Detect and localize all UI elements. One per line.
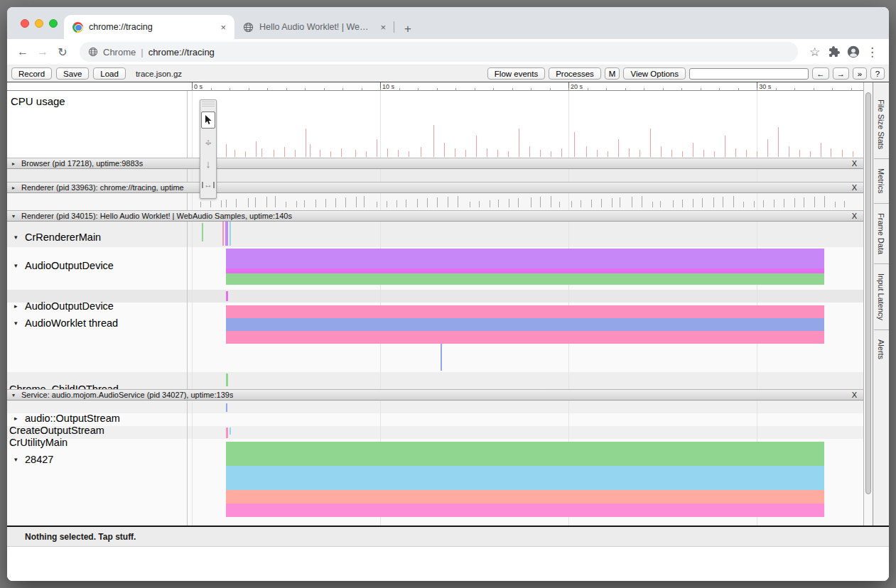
cpu-sample-spike[interactable] <box>310 144 311 157</box>
cpu-sample-spike[interactable] <box>284 147 285 157</box>
cpu-sample-spike[interactable] <box>387 148 388 157</box>
cpu-sample-spike[interactable] <box>245 151 246 157</box>
trace-slice-tick[interactable] <box>559 202 560 207</box>
trace-slice-tick[interactable] <box>814 197 815 207</box>
process-header[interactable]: ▾Service: audio.mojom.AudioService (pid … <box>7 389 863 401</box>
disclosure-arrow-icon[interactable]: ▸ <box>12 185 18 191</box>
cpu-sample-spike[interactable] <box>508 151 509 157</box>
omnibox[interactable]: Chrome | chrome://tracing <box>80 42 798 62</box>
trace-slice-tick[interactable] <box>612 198 612 207</box>
trace-event-mark[interactable] <box>202 223 203 241</box>
cpu-sample-spike[interactable] <box>476 136 477 157</box>
cpu-sample-spike[interactable] <box>608 151 608 157</box>
thread-row[interactable]: ▾AudioWorklet thread <box>14 317 118 330</box>
trace-event-mark[interactable] <box>225 222 228 246</box>
cpu-sample-spike[interactable] <box>409 151 409 157</box>
trace-slice-tick[interactable] <box>200 202 201 207</box>
side-tab-input-latency[interactable]: Input Latency <box>877 272 885 322</box>
trace-slice-tick[interactable] <box>713 197 714 207</box>
cpu-sample-spike[interactable] <box>274 150 274 157</box>
overflow-button[interactable]: » <box>853 67 867 80</box>
trace-slice-tick[interactable] <box>844 201 845 207</box>
selection-tool-button[interactable] <box>201 111 215 129</box>
disclosure-arrow-icon[interactable]: ▸ <box>12 160 18 167</box>
disclosure-arrow-icon[interactable]: ▾ <box>14 320 21 327</box>
thread-row[interactable]: ▾CrRendererMain <box>14 231 101 244</box>
cpu-sample-spike[interactable] <box>746 150 747 157</box>
disclosure-arrow-icon[interactable]: ▾ <box>14 262 21 269</box>
trace-slice-tick[interactable] <box>540 197 541 207</box>
process-close-button[interactable]: X <box>852 212 857 220</box>
trace-slice-tick[interactable] <box>325 199 326 207</box>
trace-event-mark[interactable] <box>230 428 231 435</box>
forward-icon[interactable]: → <box>33 45 53 58</box>
window-close-button[interactable] <box>21 19 29 28</box>
trace-slice-tick[interactable] <box>835 202 836 207</box>
trace-slice-tick[interactable] <box>417 199 418 207</box>
trace-bar-worklet-row3[interactable] <box>226 331 824 344</box>
cpu-sample-spike[interactable] <box>661 146 662 157</box>
trace-slice-tick[interactable] <box>490 200 490 207</box>
cpu-sample-spike[interactable] <box>487 148 487 157</box>
cpu-sample-spike[interactable] <box>306 129 306 157</box>
trace-bar-audioservice-row4[interactable] <box>226 503 824 517</box>
metrics-toggle-button[interactable]: M <box>605 67 620 80</box>
trace-slice-tick[interactable] <box>315 200 316 207</box>
cpu-sample-spike[interactable] <box>714 151 715 157</box>
tab-webaudio[interactable]: Hello Audio Worklet! | WebAud × <box>234 15 394 39</box>
back-icon[interactable]: ← <box>13 45 33 58</box>
process-close-button[interactable]: X <box>852 159 857 168</box>
trace-slice-tick[interactable] <box>601 199 602 207</box>
trace-slice-tick[interactable] <box>642 196 642 207</box>
pan-tool-button[interactable]: ↔↕ <box>201 134 215 150</box>
cpu-sample-spike[interactable] <box>682 151 683 157</box>
trace-bar-audio-output-span[interactable] <box>226 249 824 268</box>
trace-slice-tick[interactable] <box>221 200 222 207</box>
trace-slice-tick[interactable] <box>304 200 305 207</box>
cpu-sample-spike[interactable] <box>725 136 725 157</box>
cpu-sample-spike[interactable] <box>377 139 377 157</box>
cpu-sample-spike[interactable] <box>799 150 800 157</box>
processes-button[interactable]: Processes <box>549 67 601 80</box>
disclosure-arrow-icon[interactable]: ▸ <box>14 415 21 422</box>
thread-row[interactable]: ▸AudioOutputDevice <box>14 300 114 312</box>
trace-slice-tick[interactable] <box>531 197 531 207</box>
flow-events-button[interactable]: Flow events <box>487 67 545 80</box>
cpu-sample-spike[interactable] <box>735 148 736 157</box>
trace-slice-tick[interactable] <box>702 198 703 207</box>
cpu-sample-spike[interactable] <box>767 139 768 157</box>
cpu-sample-spike[interactable] <box>497 150 498 157</box>
reload-icon[interactable]: ↻ <box>53 45 72 59</box>
load-button[interactable]: Load <box>93 67 126 80</box>
cpu-sample-spike[interactable] <box>639 150 640 157</box>
thread-row[interactable]: CrUtilityMain <box>9 436 68 449</box>
cpu-sample-spike[interactable] <box>366 151 367 157</box>
trace-slice-tick[interactable] <box>723 197 723 207</box>
tab-close-icon[interactable]: × <box>379 22 387 33</box>
process-header[interactable]: ▸Browser (pid 17218), uptime:9883sX <box>7 158 863 169</box>
cpu-sample-spike[interactable] <box>821 143 821 157</box>
disclosure-arrow-icon[interactable]: ▾ <box>14 456 21 463</box>
process-close-button[interactable]: X <box>852 391 857 399</box>
trace-slice-tick[interactable] <box>406 200 406 207</box>
bookmark-star-icon[interactable]: ☆ <box>805 45 824 60</box>
timeline-search-input[interactable] <box>689 68 809 80</box>
cpu-sample-spike[interactable] <box>398 150 399 157</box>
cpu-sample-spike[interactable] <box>810 151 811 157</box>
trace-slice-tick[interactable] <box>396 200 397 207</box>
trace-event-mark[interactable] <box>230 222 231 246</box>
window-zoom-button[interactable] <box>49 19 58 28</box>
trace-slice-tick[interactable] <box>437 197 438 207</box>
trace-slice-tick[interactable] <box>448 197 448 207</box>
trace-slice-tick[interactable] <box>794 198 795 207</box>
trace-slice-tick[interactable] <box>763 200 764 207</box>
trace-slice-tick[interactable] <box>286 202 286 207</box>
trace-slice-tick[interactable] <box>824 196 825 207</box>
trace-slice-tick[interactable] <box>509 199 509 207</box>
cpu-sample-spike[interactable] <box>355 150 356 157</box>
trace-slice-tick[interactable] <box>266 197 267 207</box>
trace-slice-tick[interactable] <box>673 200 674 207</box>
side-tab-metrics[interactable]: Metrics <box>877 167 885 195</box>
trace-slice-tick[interactable] <box>754 201 755 207</box>
trace-slice-tick[interactable] <box>356 197 357 207</box>
